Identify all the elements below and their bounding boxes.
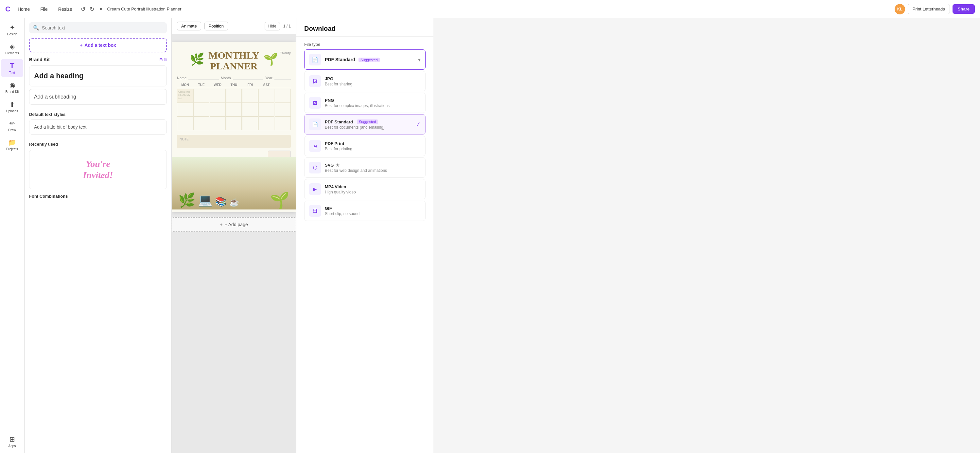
- recently-used-label: Recently used: [29, 142, 167, 147]
- illustration-scene: 🌸 FLORAL 🌿 💻 📚 ☕ 🌱: [172, 151, 296, 209]
- pdf-standard-desc: Best for documents (and emailing): [325, 125, 412, 129]
- magic-icon[interactable]: ✦: [99, 6, 103, 13]
- file-type-jpg[interactable]: 🖼 JPG Best for sharing: [304, 71, 426, 91]
- cal-row-3: [177, 116, 291, 130]
- font-combo-label: Font Combinations: [29, 194, 167, 199]
- planner-title-line2: PLANNER: [208, 61, 259, 71]
- brand-hub-icon: ◉: [10, 81, 15, 89]
- pdf-standard-list-icon: 📄: [309, 118, 321, 130]
- png-icon: 🖼: [309, 97, 321, 108]
- cal-cell: [226, 103, 242, 116]
- add-subheading-button[interactable]: Add a subheading: [29, 89, 167, 105]
- cal-cell: [193, 103, 209, 116]
- download-title: Download: [304, 25, 426, 32]
- cal-cell: [210, 116, 226, 130]
- sidebar-item-brand-hub[interactable]: ◉ Brand Kit: [1, 78, 23, 97]
- file-type-pdf-standard[interactable]: 📄 PDF Standard Suggested Best for docume…: [304, 114, 426, 134]
- cal-cell: [242, 103, 258, 116]
- add-body-text-button[interactable]: Add a little bit of body text: [29, 120, 167, 134]
- sidebar-item-apps[interactable]: ⊞ Apps: [1, 433, 23, 450]
- sidebar-label-projects: Projects: [6, 147, 18, 151]
- cal-day-extra: [274, 83, 291, 87]
- sidebar-item-uploads[interactable]: ⬆ Uploads: [1, 98, 23, 116]
- file-type-gif[interactable]: 🎞 GIF Short clip, no sound: [304, 201, 426, 221]
- png-name: PNG: [325, 98, 421, 103]
- sidebar-label-elements: Elements: [5, 51, 19, 55]
- cal-cell: [258, 116, 274, 130]
- resize-button[interactable]: Resize: [55, 5, 76, 14]
- add-heading-button[interactable]: Add a heading: [29, 65, 167, 86]
- draw-icon: ✏: [10, 120, 15, 127]
- cal-cell: [210, 103, 226, 116]
- cal-cell: [193, 89, 209, 103]
- svg-name: SVG ★: [325, 163, 421, 167]
- sidebar-label-brand-hub: Brand Kit: [5, 90, 19, 94]
- invited-text: You're Invited!: [83, 158, 113, 180]
- sidebar-item-projects[interactable]: 📁 Projects: [1, 136, 23, 153]
- elements-icon: ◈: [10, 43, 15, 50]
- sidebar-label-apps: Apps: [8, 444, 16, 448]
- add-textbox-button[interactable]: + Add a text box: [29, 38, 167, 53]
- add-page-label: + Add page: [224, 222, 248, 227]
- chevron-down-icon: ▾: [418, 57, 421, 63]
- cal-cell: [258, 103, 274, 116]
- note-label: NOTE...: [180, 137, 191, 141]
- edit-button[interactable]: Edit: [160, 57, 167, 62]
- sidebar-item-design[interactable]: ✦ Design: [1, 21, 23, 38]
- hide-panel-button[interactable]: Hide: [265, 22, 280, 30]
- recently-used-card[interactable]: You're Invited!: [29, 150, 167, 189]
- cal-day-wed: WED: [209, 83, 226, 87]
- jpg-icon: 🖼: [309, 75, 321, 87]
- redo-icon[interactable]: ↻: [90, 6, 94, 13]
- file-type-mp4[interactable]: ▶ MP4 Video High quality video: [304, 179, 426, 199]
- file-type-png[interactable]: 🖼 PNG Best for complex images, illustrat…: [304, 93, 426, 113]
- file-button[interactable]: File: [37, 5, 51, 14]
- apps-icon: ⊞: [10, 435, 15, 443]
- mp4-name: MP4 Video: [325, 184, 421, 189]
- pdf-standard-icon: 📄: [309, 54, 321, 65]
- calendar-grid: MON TUE WED THU FRI SAT Add a little bit…: [172, 81, 296, 132]
- pdf-standard-badge: Suggested: [357, 120, 378, 124]
- text-icon: T: [10, 62, 14, 70]
- cal-day-mon: MON: [177, 83, 193, 87]
- jpg-desc: Best for sharing: [325, 82, 421, 86]
- home-button[interactable]: Home: [14, 5, 33, 14]
- cal-cell: [258, 89, 274, 103]
- sidebar-label-uploads: Uploads: [6, 109, 18, 113]
- download-panel: Download File type 📄 PDF Standard Sugges…: [296, 18, 433, 453]
- animate-button[interactable]: Animate: [177, 22, 201, 30]
- right-decoration: 🌱: [263, 53, 278, 66]
- file-type-dropdown: 🖼 JPG Best for sharing 🖼 PNG Best for co…: [304, 71, 426, 221]
- cal-cell: [275, 89, 291, 103]
- name-label: Name: [177, 76, 186, 80]
- avatar-icon[interactable]: KL: [895, 4, 905, 14]
- plus-icon: +: [220, 222, 223, 227]
- canvas-page[interactable]: Priority 🌿 MONTHLY PLANNER 🌱 Name Month: [172, 42, 296, 212]
- sidebar-label-text: Text: [9, 71, 15, 75]
- canvas-scroll: Priority 🌿 MONTHLY PLANNER 🌱 Name Month: [172, 34, 296, 453]
- file-type-svg[interactable]: ⬡ SVG ★ Best for web design and animatio…: [304, 158, 426, 178]
- share-button[interactable]: Share: [953, 4, 975, 14]
- design-icon: ✦: [10, 24, 15, 32]
- sidebar-item-draw[interactable]: ✏ Draw: [1, 117, 23, 134]
- file-type-label: File type: [304, 42, 426, 47]
- design-title: Cream Cute Portrait Illustration Planner: [107, 6, 891, 11]
- sidebar-item-elements[interactable]: ◈ Elements: [1, 40, 23, 57]
- file-type-pdf-print[interactable]: 🖨 PDF Print Best for printing: [304, 136, 426, 156]
- gif-desc: Short clip, no sound: [325, 211, 421, 216]
- pdf-print-icon: 🖨: [309, 140, 321, 152]
- file-type-selector[interactable]: 📄 PDF Standard Suggested ▾: [304, 49, 426, 70]
- canva-logo[interactable]: C: [5, 5, 11, 13]
- add-page-bar[interactable]: + + Add page: [172, 217, 296, 232]
- undo-icon[interactable]: ↺: [81, 6, 86, 13]
- position-button[interactable]: Position: [204, 22, 228, 30]
- plus-icon: +: [80, 43, 83, 48]
- cal-cell: [242, 89, 258, 103]
- search-input[interactable]: [42, 25, 163, 30]
- cal-cell: [210, 89, 226, 103]
- cal-cell: [226, 89, 242, 103]
- sidebar-item-text[interactable]: T Text: [1, 59, 23, 77]
- mp4-icon: ▶: [309, 183, 321, 195]
- cal-cell: [275, 103, 291, 116]
- print-letterheads-button[interactable]: Print Letterheads: [908, 4, 950, 14]
